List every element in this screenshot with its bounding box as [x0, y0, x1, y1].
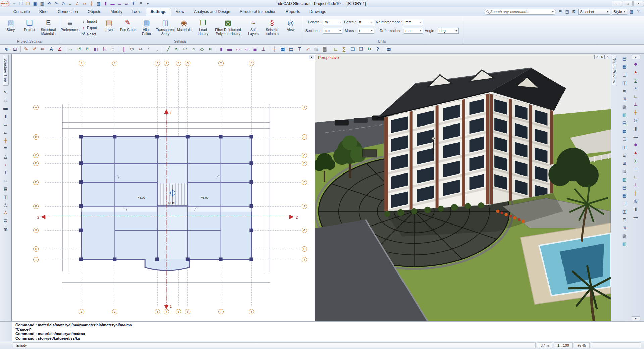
report-sheet-icon[interactable]: ❏	[620, 199, 629, 207]
report-list-icon[interactable]: ≣	[620, 87, 629, 95]
report-template-icon[interactable]: ▤	[620, 183, 629, 191]
orbit-icon[interactable]: ↻	[84, 45, 92, 53]
result-wave-icon[interactable]: ≈	[632, 164, 640, 172]
pencil-icon[interactable]: ✎	[22, 45, 30, 53]
blocks-icon[interactable]: ❏	[348, 45, 357, 53]
group-icon[interactable]: ❐	[357, 45, 365, 53]
command-search[interactable]: ▾	[484, 9, 556, 15]
mass-select[interactable]: t▾	[358, 28, 374, 34]
report-sheet-icon[interactable]: ❏	[620, 70, 629, 79]
section-icon[interactable]: ◫	[1, 193, 10, 201]
polyline-icon[interactable]: ∿	[173, 45, 181, 53]
stair-icon[interactable]: ≣	[251, 45, 259, 53]
stair-icon[interactable]: ≣	[1, 145, 10, 153]
angle-icon[interactable]: ∠	[56, 45, 64, 53]
wall-icon[interactable]: ▭	[1, 120, 10, 129]
layers-icon[interactable]: ▤	[564, 9, 570, 15]
report-list-icon[interactable]: ≣	[620, 151, 629, 159]
reset-button[interactable]: ↺ Reset	[80, 31, 99, 37]
pan-icon[interactable]: ↔	[67, 1, 74, 7]
truss-icon[interactable]: △	[1, 153, 10, 161]
tab-connection[interactable]: Connection	[53, 8, 83, 16]
move-icon[interactable]: ↔	[67, 45, 75, 53]
flip-icon[interactable]: ⇅	[100, 45, 108, 53]
result-node-icon[interactable]: ◆	[632, 60, 640, 68]
result-axis-icon[interactable]: ┼	[632, 189, 640, 197]
spline-icon[interactable]: ≈	[206, 45, 214, 53]
slab-icon[interactable]: ▱	[123, 1, 130, 7]
load-library-button[interactable]: ❐ Load Library	[194, 17, 212, 39]
materials-button[interactable]: ◉ Materials	[175, 17, 193, 39]
pane-north-icon[interactable]: N	[600, 55, 605, 59]
result-stress-icon[interactable]: ▲	[632, 148, 640, 156]
layers-icon[interactable]: ▤	[1, 217, 10, 225]
text-icon[interactable]: T	[296, 45, 304, 53]
layout-grid-icon[interactable]: ▦	[385, 45, 393, 53]
view-button[interactable]: ◎ View	[282, 17, 300, 39]
tab-drawings[interactable]: Drawings	[305, 8, 331, 16]
chevron-down-icon[interactable]: ▾	[552, 10, 554, 13]
text-style-icon[interactable]: A	[47, 45, 55, 53]
pane-down-icon[interactable]: ▽	[594, 55, 599, 59]
status-scale[interactable]: 1 : 100	[554, 342, 573, 348]
report-hatch-icon[interactable]: ▨	[620, 103, 629, 111]
pane-up-icon[interactable]: △	[605, 55, 610, 59]
report-section-icon[interactable]: ◫	[620, 79, 629, 87]
report-section-icon[interactable]: ◫	[620, 207, 629, 215]
auto-label-icon[interactable]: A	[1, 209, 10, 217]
scroll-down-icon[interactable]: ▼	[632, 316, 640, 321]
stack-icon[interactable]: ≣	[557, 9, 564, 15]
help-icon[interactable]: ?	[635, 9, 641, 15]
report-table-icon[interactable]: ▦	[620, 127, 629, 135]
tab-objects[interactable]: Objects	[83, 8, 106, 16]
scroll-up-icon[interactable]: ▲	[632, 55, 640, 59]
support-icon[interactable]: ⊥	[1, 169, 10, 177]
hinge-icon[interactable]: ○	[1, 177, 10, 185]
status-units[interactable]: tf / m	[537, 342, 552, 348]
alias-editor-button[interactable]: ▦ Alias Editor	[138, 17, 156, 39]
arc-icon[interactable]: ◠	[181, 45, 189, 53]
report-section-icon[interactable]: ◫	[620, 143, 629, 151]
report-sheet-icon[interactable]: ❏	[620, 135, 629, 143]
tab-reports[interactable]: Reports	[281, 8, 305, 16]
report-grid-icon[interactable]: ⊞	[620, 223, 629, 232]
column-icon[interactable]: ▮	[217, 45, 225, 53]
preferences-button[interactable]: ≣ Preferences	[61, 17, 79, 39]
camera-icon[interactable]: ◎	[1, 201, 10, 209]
home-icon[interactable]: ⌂	[10, 1, 17, 7]
report-template-icon[interactable]: ▤	[620, 119, 629, 127]
viewport-3d[interactable]: Perspective ▽N△	[315, 54, 611, 321]
result-sum-icon[interactable]: ∑	[632, 156, 640, 164]
report-hatch-icon[interactable]: ▨	[620, 167, 629, 175]
result-stress-icon[interactable]: ▲	[632, 68, 640, 76]
axis-icon[interactable]: ┼	[88, 1, 95, 7]
tab-settings[interactable]: Settings	[146, 8, 171, 16]
report-hatch-icon[interactable]: ▨	[620, 232, 629, 240]
report-table-icon[interactable]: ▦	[620, 62, 629, 70]
beam-icon[interactable]: ▬	[226, 45, 234, 53]
trim-icon[interactable]: ✂	[128, 45, 136, 53]
pen-icon[interactable]: ✐	[31, 45, 39, 53]
grid-icon[interactable]: ▦	[279, 45, 287, 53]
layers-icon[interactable]: ≣	[137, 1, 144, 7]
report-template-icon[interactable]: ▤	[620, 54, 629, 62]
zoom-in-icon[interactable]: ⊕	[3, 45, 11, 53]
export-button[interactable]: ↑ Export	[80, 25, 99, 30]
tab-view[interactable]: View	[171, 8, 189, 16]
help-icon[interactable]: ?	[374, 45, 382, 53]
mirror-icon[interactable]: ◧	[92, 45, 100, 53]
tab-analysis-and-design[interactable]: Analysis and Design	[189, 8, 235, 16]
tab-structural-inspection[interactable]: Structural Inspection	[235, 8, 281, 16]
search-input[interactable]	[490, 10, 551, 14]
fill-icon[interactable]: ▓	[321, 45, 329, 53]
status-zoom[interactable]: % 45	[574, 342, 590, 348]
import-button[interactable]: ↓ Import	[80, 19, 99, 24]
fillet-icon[interactable]: ◜	[145, 45, 153, 53]
report-list-icon[interactable]: ≣	[620, 215, 629, 223]
rotate-icon[interactable]: ↺	[75, 45, 83, 53]
redo-icon[interactable]: ↷	[53, 1, 60, 7]
structure-tree-tab[interactable]: Structure Tree	[3, 55, 9, 86]
axis-icon[interactable]: ┼	[270, 45, 278, 53]
find-icon[interactable]: ⊕	[1, 225, 10, 233]
text-icon[interactable]: T	[130, 1, 137, 7]
